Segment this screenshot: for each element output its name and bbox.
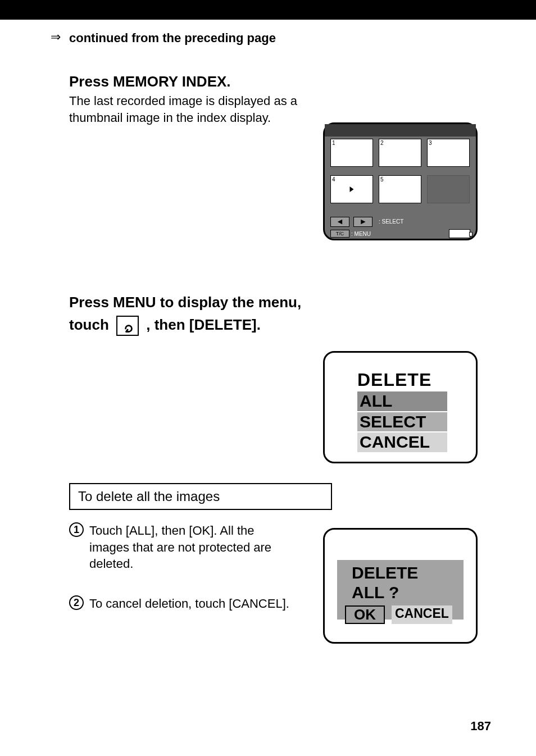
figure1-titlebar	[325, 124, 476, 136]
step-a-body: The last recorded image is displayed as …	[69, 93, 305, 126]
figure-delete-all-confirm: DELETE ALL ? OK CANCEL	[323, 528, 478, 644]
step-number-2: 2	[69, 595, 84, 610]
thumbnail: 3	[427, 139, 470, 167]
substep-2-body: To cancel deletion, touch [CANCEL].	[89, 595, 289, 612]
figure1-thumbnail-grid: 1 2 3 4 5	[325, 136, 476, 212]
menu-tag: : MENU	[351, 231, 371, 237]
return-icon[interactable]	[122, 322, 133, 333]
figure-delete-menu: DELETE ALL SELECT CANCEL	[323, 351, 478, 463]
thumbnail: 4	[330, 175, 373, 203]
boxed-subheading-text: To delete all the images	[78, 489, 220, 504]
arrow-right-icon: ⇒	[51, 31, 61, 43]
confirm-cancel-button[interactable]: CANCEL	[392, 605, 452, 624]
battery-icon	[449, 229, 470, 238]
thumbnail: 1	[330, 139, 373, 167]
select-tag: : SELECT	[379, 218, 403, 225]
delete-menu-cancel[interactable]: CANCEL	[357, 432, 447, 452]
substep-2: 2 To cancel deletion, touch [CANCEL].	[69, 595, 294, 612]
delete-menu-select[interactable]: SELECT	[357, 412, 447, 432]
header-black-bar	[0, 0, 536, 20]
tc-menu-button[interactable]: T/C	[330, 230, 349, 238]
boxed-subheading: To delete all the images	[69, 483, 332, 510]
nav-left-button[interactable]: ◄	[330, 217, 349, 227]
step-number-1: 1	[69, 522, 84, 537]
step-b-posttext: , then [DELETE].	[146, 316, 261, 333]
confirm-line-2: ALL ?	[342, 583, 459, 603]
page-number: 187	[470, 719, 491, 734]
figure-memory-index: 1 2 3 4 5 ◄ ► : SELECT T/C : MENU	[323, 122, 478, 240]
confirm-panel: DELETE ALL ? OK CANCEL	[337, 560, 464, 620]
thumbnail-empty	[427, 175, 470, 203]
figure1-controls: ◄ ► : SELECT T/C : MENU	[325, 212, 476, 240]
confirm-line-1: DELETE	[342, 563, 459, 583]
step-a-title: Press MEMORY INDEX.	[69, 72, 231, 92]
confirm-ok-button[interactable]: OK	[345, 605, 385, 624]
delete-menu-all[interactable]: ALL	[357, 391, 447, 411]
step-b-line: Press MENU to display the menu, touch , …	[69, 291, 322, 336]
nav-right-button[interactable]: ►	[353, 217, 373, 227]
lead-text: continued from the preceding page	[69, 30, 276, 47]
thumbnail: 5	[379, 175, 421, 203]
substep-1: 1 Touch [ALL], then [OK]. All the images…	[69, 522, 294, 572]
delete-menu-title: DELETE	[342, 370, 459, 390]
thumbnail: 2	[379, 139, 421, 167]
substep-1-body: Touch [ALL], then [OK]. All the images t…	[89, 522, 294, 572]
thumb-label: 4	[332, 176, 335, 183]
play-icon	[350, 186, 354, 192]
